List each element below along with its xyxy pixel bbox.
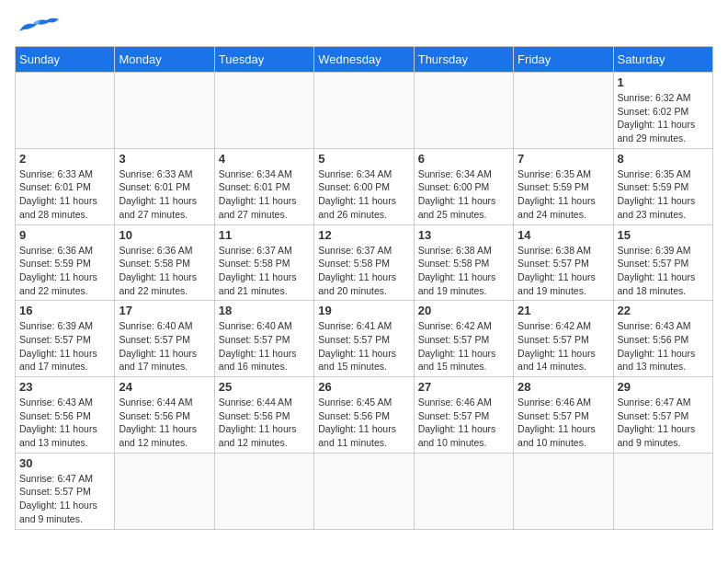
calendar-cell: 4Sunrise: 6:34 AM Sunset: 6:01 PM Daylig… [214,148,313,224]
calendar-cell: 16Sunrise: 6:39 AM Sunset: 5:57 PM Dayli… [16,301,115,377]
calendar-cell [414,453,513,529]
day-number: 2 [19,152,110,166]
day-info: Sunrise: 6:38 AM Sunset: 5:57 PM Dayligh… [518,244,609,298]
day-number: 7 [518,152,609,166]
day-number: 25 [219,380,310,394]
calendar-cell [314,453,414,529]
calendar-cell [214,73,313,149]
week-row-5: 23Sunrise: 6:43 AM Sunset: 5:56 PM Dayli… [16,377,713,454]
day-info: Sunrise: 6:36 AM Sunset: 5:58 PM Dayligh… [119,244,210,298]
logo [15,15,61,35]
calendar-cell: 10Sunrise: 6:36 AM Sunset: 5:58 PM Dayli… [115,224,214,301]
calendar-cell [514,453,613,529]
day-number: 30 [19,456,110,470]
day-info: Sunrise: 6:46 AM Sunset: 5:57 PM Dayligh… [418,396,509,450]
day-number: 22 [618,304,709,317]
header [15,15,713,35]
day-info: Sunrise: 6:42 AM Sunset: 5:57 PM Dayligh… [418,319,509,373]
day-info: Sunrise: 6:33 AM Sunset: 6:01 PM Dayligh… [119,167,210,222]
day-number: 9 [19,228,110,242]
day-number: 17 [119,304,210,317]
day-info: Sunrise: 6:38 AM Sunset: 5:58 PM Dayligh… [418,244,509,298]
day-number: 16 [19,304,110,317]
day-info: Sunrise: 6:33 AM Sunset: 6:01 PM Dayligh… [19,167,110,222]
day-number: 19 [318,304,409,317]
col-header-saturday: Saturday [613,47,712,73]
day-info: Sunrise: 6:37 AM Sunset: 5:58 PM Dayligh… [219,244,310,298]
day-number: 6 [418,152,509,166]
day-number: 23 [19,380,110,394]
day-number: 4 [219,152,310,166]
calendar-cell: 2Sunrise: 6:33 AM Sunset: 6:01 PM Daylig… [16,148,115,224]
col-header-friday: Friday [514,47,613,73]
calendar-cell: 12Sunrise: 6:37 AM Sunset: 5:58 PM Dayli… [314,224,414,301]
calendar-cell: 28Sunrise: 6:46 AM Sunset: 5:57 PM Dayli… [514,377,613,454]
day-number: 15 [618,228,709,242]
day-number: 10 [119,228,210,242]
day-info: Sunrise: 6:36 AM Sunset: 5:59 PM Dayligh… [19,244,110,298]
calendar-cell: 5Sunrise: 6:34 AM Sunset: 6:00 PM Daylig… [314,148,414,224]
calendar-cell [414,73,513,149]
calendar-cell [16,73,115,149]
day-number: 11 [219,228,310,242]
calendar-cell: 3Sunrise: 6:33 AM Sunset: 6:01 PM Daylig… [115,148,214,224]
day-number: 1 [618,75,709,89]
calendar: SundayMondayTuesdayWednesdayThursdayFrid… [15,46,713,530]
day-info: Sunrise: 6:42 AM Sunset: 5:57 PM Dayligh… [518,319,609,373]
calendar-cell [514,73,613,149]
day-number: 5 [318,152,409,166]
calendar-cell: 23Sunrise: 6:43 AM Sunset: 5:56 PM Dayli… [16,377,115,454]
day-number: 18 [219,304,310,317]
day-number: 28 [518,380,609,394]
day-number: 24 [119,380,210,394]
calendar-cell: 20Sunrise: 6:42 AM Sunset: 5:57 PM Dayli… [414,301,513,377]
col-header-wednesday: Wednesday [314,47,414,73]
calendar-cell: 21Sunrise: 6:42 AM Sunset: 5:57 PM Dayli… [514,301,613,377]
day-info: Sunrise: 6:40 AM Sunset: 5:57 PM Dayligh… [219,319,310,373]
calendar-cell: 15Sunrise: 6:39 AM Sunset: 5:57 PM Dayli… [613,224,712,301]
calendar-cell: 11Sunrise: 6:37 AM Sunset: 5:58 PM Dayli… [214,224,313,301]
calendar-cell: 17Sunrise: 6:40 AM Sunset: 5:57 PM Dayli… [115,301,214,377]
col-header-sunday: Sunday [16,47,115,73]
day-info: Sunrise: 6:39 AM Sunset: 5:57 PM Dayligh… [19,319,110,373]
day-number: 29 [618,380,709,394]
day-info: Sunrise: 6:34 AM Sunset: 6:00 PM Dayligh… [418,167,509,222]
week-row-4: 16Sunrise: 6:39 AM Sunset: 5:57 PM Dayli… [16,301,713,377]
day-info: Sunrise: 6:45 AM Sunset: 5:56 PM Dayligh… [318,396,409,450]
calendar-cell: 27Sunrise: 6:46 AM Sunset: 5:57 PM Dayli… [414,377,513,454]
calendar-cell: 24Sunrise: 6:44 AM Sunset: 5:56 PM Dayli… [115,377,214,454]
day-info: Sunrise: 6:34 AM Sunset: 6:00 PM Dayligh… [318,167,409,222]
calendar-cell: 7Sunrise: 6:35 AM Sunset: 5:59 PM Daylig… [514,148,613,224]
day-number: 27 [418,380,509,394]
calendar-cell: 13Sunrise: 6:38 AM Sunset: 5:58 PM Dayli… [414,224,513,301]
week-row-3: 9Sunrise: 6:36 AM Sunset: 5:59 PM Daylig… [16,224,713,301]
day-info: Sunrise: 6:32 AM Sunset: 6:02 PM Dayligh… [618,91,709,145]
calendar-cell: 9Sunrise: 6:36 AM Sunset: 5:59 PM Daylig… [16,224,115,301]
calendar-cell [613,453,712,529]
day-number: 26 [318,380,409,394]
day-number: 14 [518,228,609,242]
calendar-cell: 29Sunrise: 6:47 AM Sunset: 5:57 PM Dayli… [613,377,712,454]
day-info: Sunrise: 6:44 AM Sunset: 5:56 PM Dayligh… [219,396,310,450]
calendar-cell: 14Sunrise: 6:38 AM Sunset: 5:57 PM Dayli… [514,224,613,301]
day-info: Sunrise: 6:41 AM Sunset: 5:57 PM Dayligh… [318,319,409,373]
day-info: Sunrise: 6:35 AM Sunset: 5:59 PM Dayligh… [518,167,609,222]
day-number: 8 [618,152,709,166]
calendar-cell: 1Sunrise: 6:32 AM Sunset: 6:02 PM Daylig… [613,73,712,149]
logo-bird-icon [15,15,61,35]
calendar-cell: 19Sunrise: 6:41 AM Sunset: 5:57 PM Dayli… [314,301,414,377]
day-number: 12 [318,228,409,242]
col-header-monday: Monday [115,47,214,73]
day-info: Sunrise: 6:40 AM Sunset: 5:57 PM Dayligh… [119,319,210,373]
day-info: Sunrise: 6:44 AM Sunset: 5:56 PM Dayligh… [119,396,210,450]
calendar-cell: 6Sunrise: 6:34 AM Sunset: 6:00 PM Daylig… [414,148,513,224]
day-info: Sunrise: 6:43 AM Sunset: 5:56 PM Dayligh… [19,396,110,450]
day-info: Sunrise: 6:39 AM Sunset: 5:57 PM Dayligh… [618,244,709,298]
day-info: Sunrise: 6:34 AM Sunset: 6:01 PM Dayligh… [219,167,310,222]
calendar-cell [214,453,313,529]
day-number: 21 [518,304,609,317]
calendar-cell [115,73,214,149]
calendar-cell: 18Sunrise: 6:40 AM Sunset: 5:57 PM Dayli… [214,301,313,377]
week-row-2: 2Sunrise: 6:33 AM Sunset: 6:01 PM Daylig… [16,148,713,224]
day-info: Sunrise: 6:47 AM Sunset: 5:57 PM Dayligh… [618,396,709,450]
